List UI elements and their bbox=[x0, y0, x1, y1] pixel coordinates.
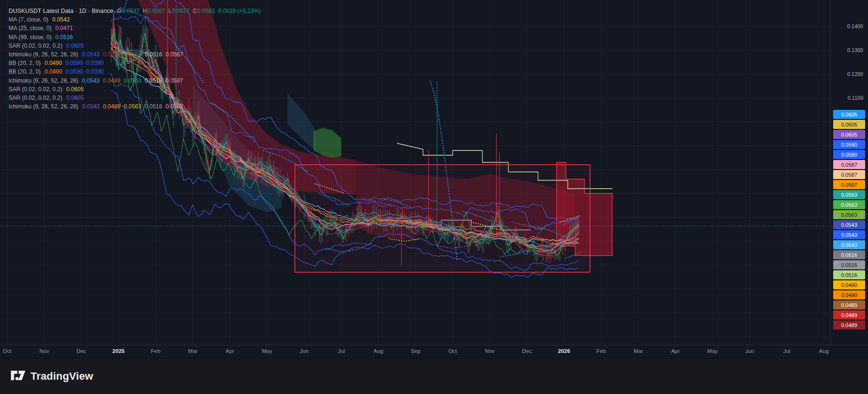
ohlc-value: 0.0563 bbox=[198, 7, 215, 15]
time-axis-tick: Jul bbox=[783, 348, 790, 354]
price-axis-tick: 0.1300 bbox=[847, 47, 863, 53]
indicator-values: 0.0542 bbox=[52, 15, 70, 24]
time-axis-tick: Oct bbox=[3, 348, 11, 354]
tradingview-chart-window: DUSKUSDT Latest Data · 1D · Binance O0.0… bbox=[0, 0, 868, 394]
indicator-values: 0.0471 bbox=[55, 24, 73, 32]
symbol-legend-row[interactable]: DUSKUSDT Latest Data · 1D · Binance O0.0… bbox=[9, 7, 261, 15]
indicator-value: 0.0489 bbox=[103, 102, 121, 111]
indicator-title: SAR (0.02, 0.02, 0.2) bbox=[9, 85, 63, 94]
time-axis-tick: Mar bbox=[634, 348, 643, 354]
indicator-legend-row[interactable]: SAR (0.02, 0.02, 0.2)0.0605 bbox=[9, 42, 261, 50]
time-axis-tick: Nov bbox=[485, 348, 494, 354]
indicator-value: 0.0490 bbox=[44, 59, 62, 67]
price-label-chip: 0.0605 bbox=[833, 130, 865, 139]
time-axis-tick: May bbox=[707, 348, 718, 354]
time-axis-tick: May bbox=[262, 348, 272, 354]
time-axis-tick: Feb bbox=[151, 348, 160, 354]
tradingview-brand[interactable]: TradingView bbox=[10, 370, 93, 383]
indicator-value: 0.0542 bbox=[52, 15, 70, 24]
price-label-chip: 0.0489 bbox=[833, 310, 865, 319]
indicator-values: 0.0605 bbox=[66, 42, 84, 50]
ohlc-pair: O0.0537 bbox=[117, 7, 139, 15]
price-label-chip: 0.0605 bbox=[833, 110, 865, 119]
indicator-legend-row[interactable]: BB (20, 2, 0)0.04900.05900.0390 bbox=[9, 59, 261, 67]
price-label-chip: 0.0605 bbox=[833, 120, 865, 129]
indicator-value: 0.0605 bbox=[66, 42, 84, 50]
indicator-legend-row[interactable]: SAR (0.02, 0.02, 0.2)0.0605 bbox=[9, 94, 261, 102]
time-axis-tick: Aug bbox=[819, 348, 828, 354]
ohlc-value: 0.0537 bbox=[122, 7, 140, 15]
indicator-title: BB (20, 2, 0) bbox=[9, 59, 41, 67]
time-axis-tick: Dec bbox=[76, 348, 86, 354]
indicator-legend-row[interactable]: SAR (0.02, 0.02, 0.2)0.0605 bbox=[9, 85, 261, 94]
ohlc-pair: L0.0527 bbox=[168, 7, 189, 15]
ohlc-value: 0.0527 bbox=[172, 7, 189, 15]
symbol-title[interactable]: DUSKUSDT Latest Data · 1D · Binance bbox=[9, 7, 113, 15]
indicator-values: 0.0516 bbox=[55, 33, 73, 42]
indicator-value: 0.0605 bbox=[66, 85, 84, 94]
time-axis-tick: Nov bbox=[40, 348, 49, 354]
indicator-legend-row[interactable]: Ichimoku (9, 26, 52, 26, 26)0.05430.0489… bbox=[9, 76, 261, 85]
indicator-value: 0.0543 bbox=[82, 76, 100, 85]
indicator-value: 0.0563 bbox=[124, 76, 142, 85]
price-axis-tick: 0.1200 bbox=[847, 71, 863, 77]
indicator-title: Ichimoku (9, 26, 52, 26, 26) bbox=[9, 76, 78, 85]
indicator-legend-row[interactable]: MA (99, close, 0)0.0516 bbox=[9, 33, 261, 42]
indicator-legend: DUSKUSDT Latest Data · 1D · Binance O0.0… bbox=[9, 7, 261, 111]
time-axis-tick: Feb bbox=[596, 348, 606, 354]
indicator-legend-row[interactable]: Ichimoku (9, 26, 52, 26, 26)0.05430.0489… bbox=[9, 102, 261, 111]
ohlc-value: 0.0567 bbox=[147, 7, 165, 15]
indicator-title: Ichimoku (9, 26, 52, 26, 26) bbox=[9, 102, 78, 111]
range-rectangle-drawing[interactable] bbox=[295, 165, 590, 272]
price-axis[interactable]: 0.14000.13000.12000.11000.06050.06050.06… bbox=[830, 0, 868, 345]
price-label-chip: 0.0516 bbox=[833, 270, 865, 279]
indicator-value: 0.0590 bbox=[65, 59, 83, 67]
price-label-chip: 0.0590 bbox=[833, 150, 865, 159]
time-axis-tick: Oct bbox=[449, 348, 457, 354]
price-label-chip: 0.0543 bbox=[833, 240, 865, 249]
price-label-chip: 0.0590 bbox=[833, 140, 865, 149]
price-label-chip: 0.0489 bbox=[833, 300, 865, 309]
price-axis-tick: 0.1100 bbox=[847, 95, 863, 101]
ohlc-pair: C0.0563 bbox=[193, 7, 215, 15]
time-axis-tick: Apr bbox=[226, 348, 234, 354]
indicator-value: 0.0390 bbox=[86, 67, 104, 76]
ohlc-letter: L bbox=[168, 7, 172, 15]
price-axis-tick: 0.1400 bbox=[847, 23, 863, 29]
indicator-value: 0.0587 bbox=[166, 76, 183, 85]
indicator-values: 0.0605 bbox=[66, 94, 84, 102]
price-label-chip: 0.0563 bbox=[833, 190, 865, 199]
indicator-legend-row[interactable]: MA (7, close, 0)0.0542 bbox=[9, 15, 261, 24]
indicator-legend-row[interactable]: MA (25, close, 0)0.0471 bbox=[9, 24, 261, 32]
ohlc-letter: H bbox=[143, 7, 147, 15]
price-label-chip: 0.0587 bbox=[833, 180, 865, 189]
indicator-value: 0.0489 bbox=[103, 76, 121, 85]
indicator-value: 0.0587 bbox=[166, 50, 183, 59]
time-axis-tick: Apr bbox=[671, 348, 680, 354]
tradingview-logo-icon bbox=[10, 370, 26, 383]
ohlc-values: O0.0537H0.0567L0.0527C0.05630.0028 (+5.2… bbox=[117, 7, 261, 15]
indicator-title: BB (20, 2, 0) bbox=[9, 67, 41, 76]
indicator-value: 0.0563 bbox=[124, 102, 142, 111]
indicator-value: 0.0490 bbox=[44, 67, 62, 76]
time-axis-tick: Mar bbox=[188, 348, 198, 354]
time-axis-tick: Sep bbox=[411, 348, 420, 354]
chart-area[interactable]: DUSKUSDT Latest Data · 1D · Binance O0.0… bbox=[0, 0, 868, 358]
indicator-title: SAR (0.02, 0.02, 0.2) bbox=[9, 94, 63, 102]
time-axis[interactable]: OctNovDec2025FebMarAprMayJunJulAugSepOct… bbox=[0, 345, 868, 358]
indicator-values: 0.04900.05900.0390 bbox=[44, 67, 104, 76]
indicator-values: 0.05430.04890.05630.05160.0587 bbox=[82, 102, 183, 111]
indicator-value: 0.0516 bbox=[145, 76, 162, 85]
tradingview-logo-text: TradingView bbox=[31, 370, 93, 383]
footer-bar: TradingView bbox=[0, 358, 868, 394]
indicator-legend-row[interactable]: Ichimoku (9, 26, 52, 26, 26)0.05430.0489… bbox=[9, 50, 261, 59]
ohlc-pair: H0.0567 bbox=[143, 7, 165, 15]
indicator-value: 0.0543 bbox=[82, 50, 100, 59]
time-axis-tick: Jun bbox=[300, 348, 309, 354]
indicator-legend-row[interactable]: BB (20, 2, 0)0.04900.05900.0390 bbox=[9, 67, 261, 76]
ohlc-letter: O bbox=[117, 7, 121, 15]
price-label-chip: 0.0516 bbox=[833, 250, 865, 259]
time-axis-tick: Aug bbox=[374, 348, 383, 354]
indicator-value: 0.0516 bbox=[145, 102, 162, 111]
indicator-values: 0.05430.04890.05630.05160.0587 bbox=[82, 76, 183, 85]
